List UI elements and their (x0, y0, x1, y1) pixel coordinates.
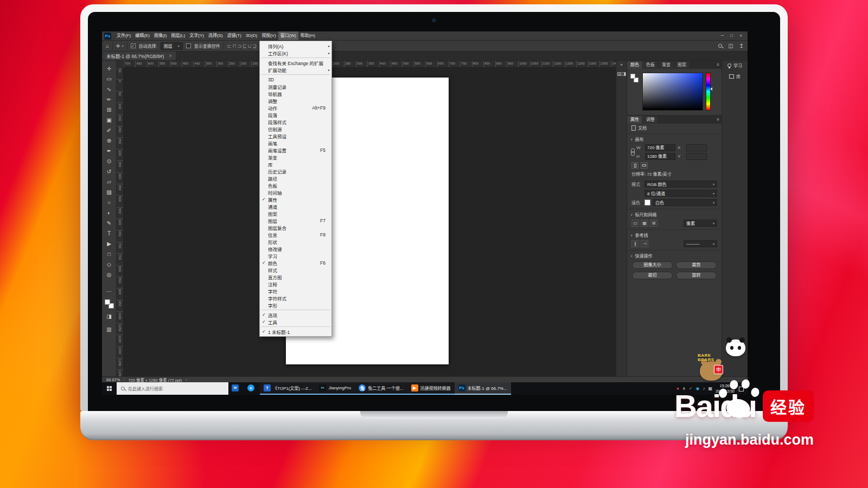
home-icon[interactable]: ⌂ (106, 43, 109, 49)
move-tool[interactable]: ✛ (104, 63, 114, 74)
color-mode-dropdown[interactable]: RGB 颜色 ▾ (644, 181, 717, 188)
menu-select[interactable]: 选择(S) (206, 31, 225, 40)
window-menu-item[interactable]: ✓ 1 未标题-1 (260, 328, 331, 335)
workspace-icon[interactable]: ◫ (728, 43, 733, 49)
edit-toolbar-icon[interactable]: ⋯ (104, 286, 114, 297)
toggle-grid-icon[interactable]: ▦ (641, 220, 648, 227)
lock-guides-icon[interactable]: ⊣ (641, 240, 648, 247)
crop-button[interactable]: 裁剪 (676, 261, 717, 269)
width-input[interactable]: 720 像素 (645, 144, 675, 151)
window-menu-item[interactable]: 历史记录 (260, 168, 331, 175)
window-menu-item[interactable]: 图层复合 (260, 224, 331, 231)
guide-style-dropdown[interactable]: ——— ▾ (684, 240, 717, 247)
minimize-button[interactable]: ─ (718, 31, 727, 40)
zoom-level[interactable]: 66.67% (106, 377, 120, 382)
window-menu-item[interactable]: ✓ 选项 (260, 311, 331, 318)
screen-mode-icon[interactable]: ▥ (104, 324, 114, 335)
show-transform-checkbox[interactable] (186, 43, 191, 48)
window-menu-item[interactable]: 工具预设 (260, 132, 331, 139)
window-menu-item[interactable]: 样式 (260, 266, 331, 273)
video-converter-button[interactable]: ▶ 迅捷视频转换器 (407, 382, 455, 395)
auto-select-target-dropdown[interactable]: 图层 ▾ (161, 42, 183, 50)
quick-mask-icon[interactable]: ◨ (104, 311, 114, 322)
share-icon[interactable]: ↥ (739, 43, 744, 49)
panel-menu-icon[interactable]: ≡ (714, 116, 722, 124)
align-center-icon[interactable]: ⊓ (232, 43, 236, 49)
hand-tool[interactable]: ◇ (104, 259, 114, 269)
menu-3d[interactable]: 3D(D) (244, 31, 259, 40)
window-menu-item[interactable]: 调整 (260, 97, 331, 104)
window-menu-item[interactable]: ✓ 颜色 F6 (260, 259, 331, 266)
collapsed-panel-icon-2[interactable]: ◨ (622, 71, 627, 76)
top1-doc-button[interactable]: T 《TOP1(文案) ---2... (260, 382, 315, 395)
libraries-panel-button[interactable]: 库 (729, 73, 741, 79)
window-menu-item[interactable]: 字符样式 (260, 294, 331, 301)
hue-slider-thumb[interactable] (710, 87, 712, 91)
window-menu-item[interactable]: 注释 (260, 280, 331, 287)
y-input[interactable] (686, 153, 707, 160)
quick-selection-tool[interactable]: ✏ (104, 94, 114, 105)
toggle-snap-icon[interactable]: ⊞ (650, 220, 658, 227)
close-button[interactable]: × (736, 31, 745, 40)
window-menu-item[interactable]: 段落 (260, 111, 331, 118)
window-menu-item[interactable]: 排列(A) ▸ (260, 42, 331, 49)
window-menu-item[interactable]: 查找有关 Exchange 的扩展功能... (260, 59, 331, 66)
window-menu-item[interactable]: 画笔 (260, 139, 331, 146)
landscape-orientation-button[interactable] (641, 162, 648, 169)
tab-properties[interactable]: 属性 (627, 116, 643, 124)
collapsed-panel-icon-1[interactable]: ▤ (617, 71, 622, 76)
window-menu-item[interactable]: 库 (260, 160, 331, 168)
foreground-swatch[interactable] (630, 74, 635, 79)
crop-tool[interactable]: ⊞ (104, 105, 114, 115)
window-menu-item[interactable]: 学习 (260, 252, 331, 259)
window-menu-item[interactable]: 工作区(K) ▸ (260, 49, 331, 56)
bit-depth-dropdown[interactable]: 8 位/通道 ▾ (644, 190, 717, 197)
fill-dropdown[interactable]: 白色 ▾ (653, 199, 717, 206)
color-swatches[interactable] (105, 299, 114, 309)
align-top-icon[interactable]: ⊑ (242, 43, 247, 49)
fg-bg-mini-swatches[interactable] (630, 73, 640, 111)
start-button[interactable] (102, 382, 117, 395)
window-menu-item[interactable]: 导航器 (260, 90, 331, 97)
status-chevron-icon[interactable]: › (186, 377, 187, 382)
window-menu-item[interactable]: 图案 (260, 210, 331, 217)
edge-button[interactable]: e (244, 382, 260, 395)
window-menu-item[interactable]: 信息 F8 (260, 231, 331, 238)
window-menu-item[interactable]: 修改键 (260, 245, 331, 252)
guides-icon[interactable]: ∥ (631, 240, 639, 247)
path-selection-tool[interactable]: ▶ (104, 239, 114, 249)
collapse-panels-icon[interactable]: » (620, 62, 622, 67)
menu-view[interactable]: 视图(V) (259, 31, 278, 40)
maximize-button[interactable]: □ (727, 31, 736, 40)
panel-menu-icon[interactable]: ≡ (714, 61, 722, 69)
window-menu-item[interactable]: 形状 (260, 238, 331, 245)
image-size-button[interactable]: 图像大小 (632, 261, 673, 269)
window-menu-item[interactable]: 字符 (260, 287, 331, 294)
rotate-button[interactable]: 旋转 (676, 272, 717, 279)
menu-edit[interactable]: 编辑(E) (133, 31, 152, 40)
align-right-icon[interactable]: ⊐ (237, 43, 241, 49)
dodge-tool[interactable]: ◐ (104, 208, 114, 218)
tab-swatches[interactable]: 色板 (643, 61, 659, 69)
menu-type[interactable]: 文字(Y) (187, 31, 206, 40)
healing-brush-tool[interactable]: ⊕ (104, 136, 114, 146)
menu-help[interactable]: 帮助(H) (298, 31, 317, 40)
blur-tool[interactable]: ○ (104, 197, 114, 208)
toggle-rulers-icon[interactable]: ▭ (631, 220, 639, 227)
mail-app-button[interactable]: ✉ (228, 382, 244, 395)
tab-patterns[interactable]: 图案 (674, 61, 690, 69)
eyedropper-tool[interactable]: ✐ (104, 125, 114, 136)
portrait-orientation-button[interactable] (631, 162, 639, 169)
eraser-tool[interactable]: ▱ (104, 177, 114, 187)
gradient-tool[interactable]: ▨ (104, 187, 114, 197)
menu-file[interactable]: 文件(F) (114, 31, 133, 40)
window-menu-item[interactable]: 渐变 (260, 153, 331, 160)
window-menu-item[interactable]: ✓ 工具 (260, 318, 331, 325)
current-tool-preset[interactable]: ✛ ▾ (116, 43, 124, 49)
window-menu-item[interactable]: 画笔设置 F5 (260, 146, 331, 153)
tab-color[interactable]: 颜色 (627, 61, 643, 69)
window-menu-item[interactable]: 路径 (260, 175, 331, 182)
align-middle-icon[interactable]: ⊔ (248, 43, 252, 49)
align-left-icon[interactable]: ⊏ (227, 43, 232, 49)
window-menu-item[interactable]: 通道 (260, 203, 331, 210)
